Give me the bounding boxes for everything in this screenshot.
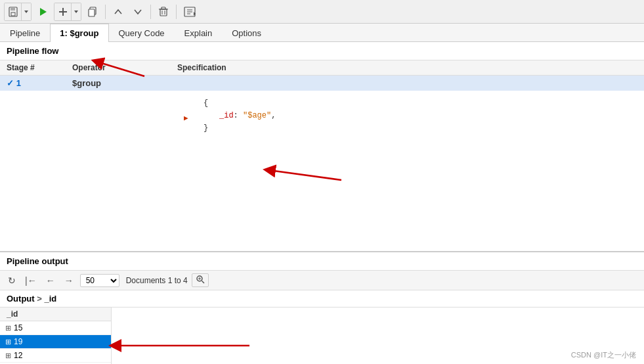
move-up-button[interactable] [110, 3, 127, 20]
output-section-title: Pipeline output [0, 252, 644, 271]
svg-marker-7 [74, 11, 78, 13]
add-stage-button[interactable] [54, 3, 72, 20]
output-item-12[interactable]: ⊞ 12 [0, 349, 111, 363]
pipeline-table: Stage # Operator Specification ✓ 1 $grou… [0, 60, 644, 142]
tab-explain[interactable]: Explain [175, 24, 223, 42]
output-section: Pipeline output ↻ |← ← → 50 100 250 Docu… [0, 252, 644, 364]
toolbar [0, 0, 644, 24]
output-id-header: _id [0, 307, 111, 321]
svg-rect-12 [161, 7, 165, 9]
add-btn-group [54, 3, 81, 21]
stage-spec-empty [171, 76, 644, 91]
doc-count: Documents 1 to 4 [126, 276, 188, 285]
page-size-select[interactable]: 50 100 250 [80, 274, 119, 287]
run-button[interactable] [34, 3, 51, 20]
output-breadcrumb: Output > _id [0, 290, 644, 307]
svg-marker-4 [40, 8, 47, 16]
copy-button[interactable] [84, 3, 101, 20]
add-dropdown-button[interactable] [72, 3, 81, 20]
svg-rect-1 [11, 7, 15, 11]
output-value-19: 19 [14, 337, 22, 346]
tab-group[interactable]: 1: $group [50, 24, 108, 42]
col-stage-number: Stage # [0, 60, 66, 76]
save-btn-group [4, 3, 32, 21]
doc-icon-15: ⊞ [5, 324, 11, 332]
svg-rect-10 [160, 9, 167, 16]
pipeline-section: Pipeline flow Stage # Operator Specifica… [0, 42, 644, 252]
view-button[interactable] [192, 273, 209, 287]
tab-query-code[interactable]: Query Code [109, 24, 175, 42]
stage-number: ✓ 1 [0, 76, 66, 91]
delete-button[interactable] [155, 3, 172, 20]
output-value-12: 12 [14, 351, 22, 360]
watermark: CSDN @IT之一小佬 [571, 350, 636, 360]
svg-line-25 [202, 281, 204, 284]
pipeline-section-title: Pipeline flow [0, 42, 644, 60]
spec-line-3: } [204, 122, 631, 135]
svg-marker-3 [24, 11, 28, 13]
output-id-column: _id ⊞ 15 ⊞ 19 ⊞ 12 ⊞ 13 [0, 307, 112, 364]
output-item-19[interactable]: ⊞ 19 [0, 335, 111, 349]
first-page-button[interactable]: |← [22, 274, 39, 287]
stage-row[interactable]: ✓ 1 $group [0, 76, 644, 91]
prev-page-button[interactable]: ← [43, 274, 58, 287]
tab-options[interactable]: Options [222, 24, 271, 42]
col-specification: Specification [171, 60, 644, 76]
spec-row[interactable]: ▶ { _id: "$age", } [0, 91, 644, 142]
save-button[interactable] [5, 3, 22, 20]
breadcrumb-id: _id [44, 294, 56, 304]
output-empty-area [112, 307, 644, 364]
spec-empty [0, 91, 171, 142]
next-page-button[interactable]: → [62, 274, 76, 287]
breadcrumb-output: Output [7, 294, 35, 304]
output-table: _id ⊞ 15 ⊞ 19 ⊞ 12 ⊞ 13 [0, 307, 644, 364]
output-item-15[interactable]: ⊞ 15 [0, 321, 111, 335]
breadcrumb-separator: > [37, 294, 44, 304]
play-indicator: ▶ [184, 113, 188, 125]
svg-line-23 [269, 170, 341, 180]
stage-operator: $group [66, 76, 171, 91]
refresh-button[interactable]: ↻ [5, 274, 18, 287]
output-value-15: 15 [14, 323, 22, 332]
tab-pipeline[interactable]: Pipeline [0, 24, 50, 42]
doc-icon-19: ⊞ [5, 338, 11, 346]
spec-line-1: { [204, 97, 631, 110]
svg-rect-2 [11, 12, 15, 16]
col-operator: Operator [66, 60, 171, 76]
move-down-button[interactable] [129, 3, 146, 20]
save-dropdown-button[interactable] [22, 3, 31, 20]
doc-icon-12: ⊞ [5, 352, 11, 360]
output-toolbar: ↻ |← ← → 50 100 250 Documents 1 to 4 [0, 271, 644, 290]
spec-line-2: _id: "$age", [204, 110, 631, 122]
svg-rect-9 [89, 9, 95, 16]
tabs: Pipeline 1: $group Query Code Explain Op… [0, 24, 644, 42]
spec-code-cell: ▶ { _id: "$age", } [171, 91, 644, 142]
export-button[interactable] [181, 3, 199, 20]
main-container: Pipeline 1: $group Query Code Explain Op… [0, 0, 644, 364]
